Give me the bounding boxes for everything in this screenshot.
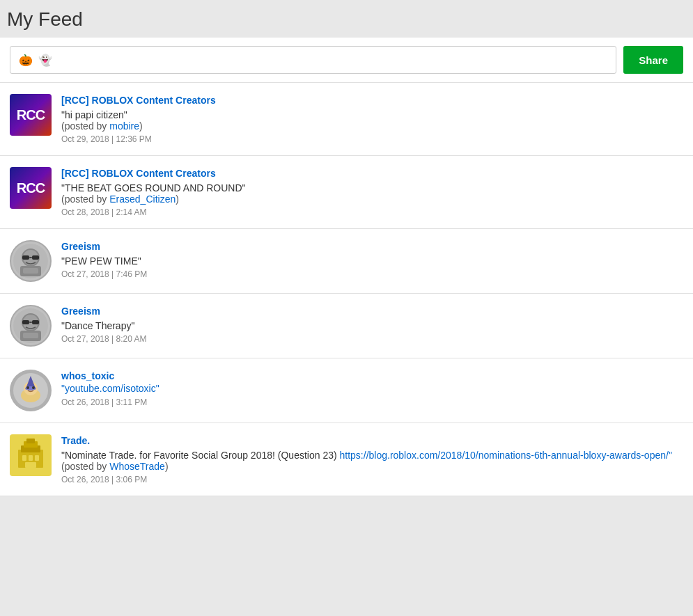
feed-message-link[interactable]: "youtube.com/isotoxic" — [61, 383, 159, 394]
svg-rect-3 — [22, 255, 29, 260]
feed-content: Trade."Nominate Trade. for Favorite Soci… — [61, 434, 683, 484]
feed-item: Greeism"Dance Therapy"Oct 27, 2018 | 8:2… — [0, 294, 693, 358]
feed-content: whos_toxic"youtube.com/isotoxic"Oct 26, … — [61, 370, 683, 407]
svg-rect-5 — [29, 257, 32, 258]
feed-timestamp: Oct 26, 2018 | 3:06 PM — [61, 475, 683, 484]
feed-posted-by: (posted by WhoseTrade) — [61, 461, 683, 472]
feed-timestamp: Oct 26, 2018 | 3:11 PM — [61, 397, 683, 407]
svg-rect-31 — [25, 462, 36, 468]
share-bar: 🎃 👻 Share — [0, 38, 693, 83]
feed-avatar: RCC — [10, 167, 52, 209]
feed-posted-by: (posted by mobire) — [61, 120, 683, 132]
feed-poster-link[interactable]: WhoseTrade — [109, 461, 165, 472]
svg-rect-29 — [29, 455, 33, 461]
feed-message: "youtube.com/isotoxic" — [61, 382, 683, 395]
svg-point-22 — [32, 386, 35, 389]
avatar-icons: 🎃 👻 — [17, 52, 54, 68]
feed-timestamp: Oct 29, 2018 | 12:36 PM — [61, 134, 683, 144]
svg-rect-11 — [22, 320, 29, 324]
avatar-icon-halloween: 🎃 — [17, 52, 34, 68]
feed-item: RCC[RCC] ROBLOX Content Creators"THE BEA… — [0, 156, 693, 229]
svg-rect-27 — [26, 439, 35, 443]
feed-timestamp: Oct 27, 2018 | 7:46 PM — [61, 269, 683, 279]
page-title: My Feed — [7, 8, 687, 31]
svg-rect-28 — [22, 455, 26, 461]
feed-item: RCC[RCC] ROBLOX Content Creators"hi papi… — [0, 83, 693, 156]
feed-timestamp: Oct 27, 2018 | 8:20 AM — [61, 334, 683, 344]
feed-message: "THE BEAT GOES ROUND AND ROUND" — [61, 182, 683, 194]
content-area: 🎃 👻 Share RCC[RCC] ROBLOX Content Creato… — [0, 38, 693, 496]
feed-item: Trade."Nominate Trade. for Favorite Soci… — [0, 423, 693, 496]
feed-message-link[interactable]: https://blog.roblox.com/2018/10/nominati… — [340, 450, 672, 461]
feed-list: RCC[RCC] ROBLOX Content Creators"hi papi… — [0, 83, 693, 496]
feed-group-link[interactable]: [RCC] ROBLOX Content Creators — [61, 168, 216, 179]
feed-message: "hi papi citizen" — [61, 109, 683, 120]
feed-content: Greeism"PEW PEW TIME"Oct 27, 2018 | 7:46… — [61, 240, 683, 279]
feed-poster-link[interactable]: mobire — [109, 120, 139, 132]
svg-rect-12 — [32, 320, 39, 324]
feed-message: "Dance Therapy" — [61, 320, 683, 331]
feed-group-link[interactable]: Greeism — [61, 241, 100, 252]
feed-timestamp: Oct 28, 2018 | 2:14 AM — [61, 207, 683, 217]
feed-avatar — [10, 370, 52, 411]
svg-rect-7 — [23, 268, 38, 274]
svg-rect-15 — [23, 333, 38, 338]
share-button[interactable]: Share — [623, 46, 683, 74]
feed-item: whos_toxic"youtube.com/isotoxic"Oct 26, … — [0, 358, 693, 423]
avatar-icon-ghost: 👻 — [37, 52, 54, 68]
share-input[interactable] — [56, 54, 609, 65]
feed-group-link[interactable]: [RCC] ROBLOX Content Creators — [61, 95, 216, 106]
feed-poster-link[interactable]: Erased_Citizen — [109, 194, 176, 205]
feed-content: Greeism"Dance Therapy"Oct 27, 2018 | 8:2… — [61, 305, 683, 344]
feed-item: Greeism"PEW PEW TIME"Oct 27, 2018 | 7:46… — [0, 229, 693, 294]
feed-content: [RCC] ROBLOX Content Creators"THE BEAT G… — [61, 167, 683, 217]
feed-posted-by: (posted by Erased_Citizen) — [61, 194, 683, 205]
feed-group-link[interactable]: Greeism — [61, 306, 100, 317]
svg-rect-4 — [32, 255, 39, 260]
share-input-wrapper[interactable]: 🎃 👻 — [10, 46, 616, 74]
feed-message: "Nominate Trade. for Favorite Social Gro… — [61, 450, 683, 461]
feed-avatar — [10, 305, 52, 347]
svg-rect-30 — [35, 455, 39, 461]
feed-avatar: RCC — [10, 94, 52, 136]
svg-point-21 — [26, 386, 29, 389]
svg-rect-13 — [29, 322, 32, 323]
feed-avatar — [10, 434, 52, 476]
feed-message: "PEW PEW TIME" — [61, 255, 683, 267]
feed-group-link[interactable]: Trade. — [61, 435, 90, 446]
feed-group-link[interactable]: whos_toxic — [61, 370, 114, 381]
feed-content: [RCC] ROBLOX Content Creators"hi papi ci… — [61, 94, 683, 144]
feed-avatar — [10, 240, 52, 282]
page-header: My Feed — [0, 0, 693, 38]
